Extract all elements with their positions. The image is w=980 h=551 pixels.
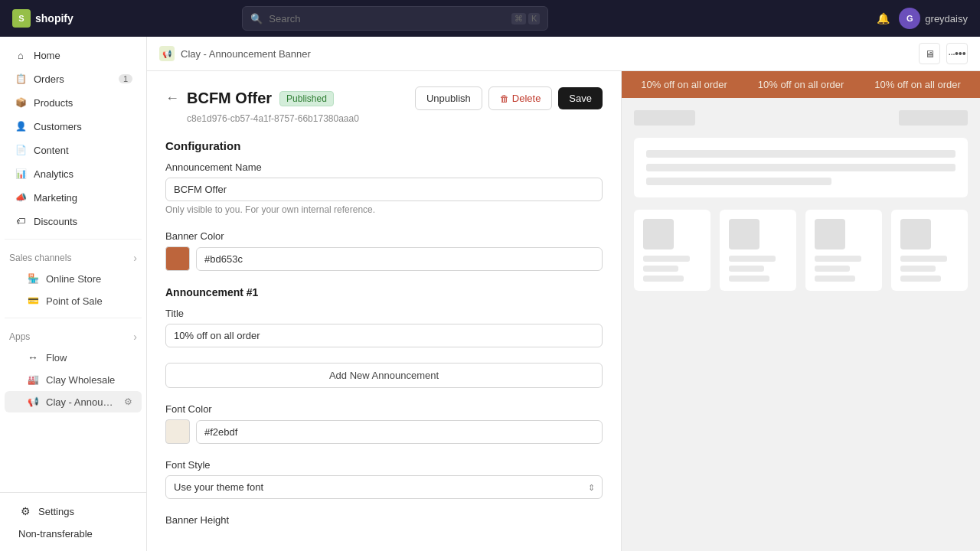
font-color-swatch[interactable] [165, 419, 190, 444]
sidebar-item-content[interactable]: Content [5, 139, 142, 161]
preview-card-img [815, 219, 845, 249]
sidebar-item-analytics[interactable]: Analytics [5, 162, 142, 185]
app-settings-icon[interactable] [124, 396, 132, 407]
apps-header: Apps › [0, 324, 146, 346]
preview-panel: 10% off on all order 10% off on all orde… [622, 71, 980, 551]
topbar: S shopify ⌘ K G greydaisy [0, 0, 980, 37]
preview-card-line [729, 276, 769, 282]
content-icon [14, 143, 28, 157]
topbar-right: G greydaisy [877, 8, 968, 29]
preview-card-line [729, 266, 764, 272]
sidebar-item-online-store[interactable]: Online Store [5, 268, 142, 289]
preview-card-line [900, 266, 936, 272]
banner-height-label: Banner Height [165, 514, 603, 526]
font-color-input[interactable] [196, 420, 603, 444]
sidebar-item-label: Home [34, 50, 132, 61]
sidebar-item-flow[interactable]: Flow [5, 347, 142, 368]
sidebar-item-customers[interactable]: Customers [5, 115, 142, 138]
sidebar-item-label: Flow [46, 352, 67, 364]
preview-card [805, 210, 882, 291]
preview-card-img [900, 219, 931, 249]
font-color-group: Font Color [165, 403, 603, 444]
preview-banner-text-2: 10% off on all order [758, 79, 844, 90]
add-announcement-button[interactable]: Add New Announcement [165, 363, 603, 388]
flow-icon [26, 350, 40, 364]
sidebar-item-label: Clay - Announcement... [46, 396, 118, 408]
divider [5, 239, 142, 240]
sales-channels-header: Sales channels › [0, 246, 146, 267]
user-name: greydaisy [925, 13, 968, 24]
sidebar-item-home[interactable]: Home [5, 44, 142, 67]
preview-card-line [815, 256, 861, 262]
delete-button[interactable]: Delete [488, 86, 553, 110]
user-badge[interactable]: G greydaisy [899, 8, 968, 29]
preview-logo [634, 110, 695, 126]
sidebar-item-label: Point of Sale [46, 295, 103, 307]
font-style-select-wrapper: Use your theme font Arial Georgia Helvet… [165, 475, 603, 499]
apps-expand-icon[interactable]: › [133, 331, 137, 343]
expand-icon[interactable]: › [133, 252, 137, 264]
banner-color-row [165, 246, 603, 271]
search-bar[interactable]: ⌘ K [242, 6, 548, 31]
banner-color-swatch[interactable] [165, 246, 190, 271]
banner-height-group: Banner Height [165, 514, 603, 526]
preview-content [622, 98, 980, 303]
font-color-label: Font Color [165, 403, 603, 415]
banner-color-label: Banner Color [165, 230, 603, 242]
search-shortcut: ⌘ K [511, 13, 540, 24]
title-input[interactable] [165, 324, 603, 347]
more-options-button[interactable]: ••• [946, 43, 968, 64]
breadcrumb-title: Clay - Announcement Banner [181, 48, 311, 60]
page-title: BCFM Offer [187, 90, 272, 107]
preview-line-short [646, 178, 831, 185]
preview-card [720, 210, 796, 291]
sidebar-item-label: Non-transferable [18, 528, 128, 540]
search-input[interactable] [269, 13, 505, 24]
unpublish-button[interactable]: Unpublish [415, 86, 482, 110]
preview-card [891, 210, 968, 291]
divider [5, 318, 142, 318]
font-style-select[interactable]: Use your theme font Arial Georgia Helvet… [165, 475, 603, 499]
sidebar-item-settings[interactable]: Settings [9, 500, 137, 523]
sidebar-item-clay-announcement[interactable]: Clay - Announcement... [5, 391, 142, 412]
preview-card-line [643, 256, 690, 262]
wholesale-icon [26, 373, 40, 386]
preview-card-lines [729, 256, 787, 282]
monitor-button[interactable] [919, 43, 940, 64]
sidebar-item-clay-wholesale[interactable]: Clay Wholesale [5, 369, 142, 390]
apps-label: Apps [9, 331, 30, 342]
notifications-icon[interactable] [877, 11, 890, 25]
sidebar-item-marketing[interactable]: Marketing [5, 186, 142, 209]
preview-card-lines [900, 256, 959, 282]
preview-card-lines [643, 256, 701, 282]
discounts-icon [14, 214, 28, 228]
orders-icon [14, 72, 28, 86]
preview-card-img [729, 219, 760, 249]
banner-color-input[interactable] [196, 247, 603, 271]
title-group: Title [165, 308, 603, 347]
orders-badge: 1 [119, 74, 132, 83]
shopify-logo-text: shopify [35, 12, 74, 24]
back-button[interactable]: ← [165, 90, 179, 106]
breadcrumb: 📢 Clay - Announcement Banner [159, 46, 311, 61]
sidebar-item-products[interactable]: Products [5, 91, 142, 114]
font-style-label: Font Style [165, 459, 603, 471]
avatar: G [899, 8, 920, 29]
preview-line [646, 164, 956, 171]
save-button[interactable]: Save [558, 87, 603, 109]
announcement-name-input[interactable] [165, 178, 603, 201]
announcement-icon [26, 395, 40, 409]
monitor-icon [925, 47, 935, 60]
sales-channels-label: Sales channels [9, 253, 71, 263]
announcement-name-hint: Only visible to you. For your own intern… [165, 204, 603, 215]
sidebar-item-non-transferable[interactable]: Non-transferable [9, 523, 137, 544]
shopify-logo-icon: S [12, 9, 31, 28]
sidebar-bottom: Settings Non-transferable [0, 492, 146, 551]
sidebar-item-orders[interactable]: Orders 1 [5, 67, 142, 90]
sidebar-item-point-of-sale[interactable]: Point of Sale [5, 290, 142, 311]
section-title: Configuration [165, 139, 603, 152]
add-announcement-group: Add New Announcement [165, 363, 603, 388]
announcement-name-label: Announcement Name [165, 161, 603, 173]
sidebar-item-label: Online Store [46, 273, 101, 285]
sidebar-item-discounts[interactable]: Discounts [5, 210, 142, 233]
